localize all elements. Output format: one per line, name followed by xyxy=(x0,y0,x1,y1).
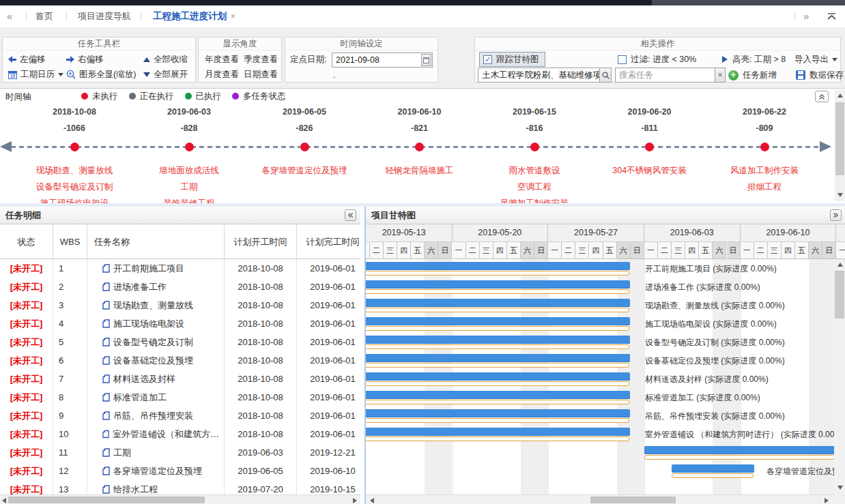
timeline-task-label[interactable]: 风管加工制作安装 xyxy=(459,195,610,203)
timeline-collapse-button[interactable] xyxy=(815,91,829,102)
scroll-right-icon[interactable] xyxy=(825,498,829,503)
timeline-task-label[interactable]: 排烟工程 xyxy=(689,179,840,195)
collapse-panel-button[interactable] xyxy=(345,209,356,221)
gantt-bar-actual[interactable] xyxy=(366,381,629,386)
collapse-toolbar-icon[interactable] xyxy=(827,12,837,21)
view-day-button[interactable]: 日期查看 xyxy=(244,68,278,81)
table-row[interactable]: [未开工]13给排水工程2019-07-202019-10-15 xyxy=(0,480,360,494)
scroll-down-icon[interactable] xyxy=(837,193,843,197)
table-row[interactable]: [未开工]7材料送选及封样2018-10-082019-06-01 xyxy=(0,370,360,388)
vertical-splitter[interactable] xyxy=(360,207,366,504)
scroll-up-icon[interactable] xyxy=(837,263,843,267)
table-row[interactable]: [未开工]6设备基础定位及预埋2018-10-082019-06-01 xyxy=(0,351,360,370)
timeline-arrow-left-icon[interactable] xyxy=(0,141,12,152)
view-quarter-button[interactable]: 季度查看 xyxy=(244,53,278,66)
table-row[interactable]: [未开工]11工期2019-06-032019-12-21 xyxy=(0,443,360,462)
tab-home[interactable]: 首页 xyxy=(35,5,53,27)
gantt-bar-actual[interactable] xyxy=(672,473,754,478)
shift-right-button[interactable]: 右偏移 xyxy=(66,53,104,66)
gantt-vertical-scrollbar[interactable] xyxy=(834,259,845,494)
scrollbar-thumb[interactable] xyxy=(835,271,844,318)
timeline-marker-dot[interactable] xyxy=(760,143,769,151)
gantt-bar-actual[interactable] xyxy=(366,344,629,349)
gantt-bar-planned[interactable] xyxy=(672,464,754,473)
highlight-row[interactable]: 高亮: 工期 > 8 xyxy=(722,52,786,67)
timeline-marker-dot[interactable] xyxy=(300,143,309,151)
gantt-bar-actual[interactable] xyxy=(366,271,629,276)
timeline-task-label[interactable]: 装饰装修工程 xyxy=(114,195,264,203)
scrollbar-thumb[interactable] xyxy=(8,496,205,503)
table-row[interactable]: [未开工]4施工现场临电架设2018-10-082019-06-01 xyxy=(0,314,360,333)
table-row[interactable]: [未开工]3现场勘查、测量放线2018-10-082019-06-01 xyxy=(0,296,360,314)
gantt-bar-planned[interactable] xyxy=(366,299,630,307)
track-gantt-toggle[interactable]: ✓跟踪甘特图 xyxy=(479,52,545,67)
gantt-bar-planned[interactable] xyxy=(366,317,630,325)
clear-search-button[interactable]: × xyxy=(715,68,726,83)
gantt-bar-actual[interactable] xyxy=(366,418,629,423)
timeline-marker-dot[interactable] xyxy=(185,143,194,151)
table-row[interactable]: [未开工]12各穿墙管道定位及预埋2019-06-052019-06-10 xyxy=(0,462,360,480)
scroll-down-icon[interactable] xyxy=(837,486,843,490)
column-header[interactable]: 状态 xyxy=(0,224,53,259)
scroll-left-icon[interactable] xyxy=(370,498,374,503)
column-header[interactable]: 计划开工时间 xyxy=(225,224,297,259)
filter-checkbox-row[interactable]: ✓过滤: 进度 < 30% xyxy=(618,52,696,67)
add-task-button[interactable]: +任务新增 xyxy=(728,68,777,83)
gantt-bar-actual[interactable] xyxy=(366,326,629,331)
project-search-button[interactable] xyxy=(599,68,612,83)
fit-zoom-button[interactable]: 图形全显(缩放) xyxy=(66,68,136,81)
date-picker-button[interactable] xyxy=(421,54,431,66)
gantt-bar-actual[interactable] xyxy=(366,289,629,294)
scroll-right-icon[interactable] xyxy=(353,498,357,503)
table-row[interactable]: [未开工]9吊筋、吊件预埋安装2018-10-082019-06-01 xyxy=(0,406,360,425)
scroll-up-icon[interactable] xyxy=(837,93,843,98)
gantt-hscrollbar[interactable] xyxy=(366,494,834,504)
gantt-bar-planned[interactable] xyxy=(366,354,630,362)
schedule-calendar-button[interactable]: 15工期日历 xyxy=(8,68,63,81)
timeline-arrow-right-icon[interactable] xyxy=(820,141,831,152)
gantt-bar-actual[interactable] xyxy=(366,400,629,404)
gantt-bar-planned[interactable] xyxy=(366,372,630,381)
view-year-button[interactable]: 年度查看 xyxy=(205,53,239,66)
table-row[interactable]: [未开工]2进场准备工作2018-10-082019-06-01 xyxy=(0,278,360,296)
task-table-hscrollbar[interactable] xyxy=(0,494,360,504)
gantt-bar-planned[interactable] xyxy=(366,280,630,288)
collapse-all-button[interactable]: 全部收缩 xyxy=(143,53,188,66)
scroll-left-icon[interactable] xyxy=(2,498,6,503)
tabs-scroll-right-icon[interactable]: » xyxy=(803,5,809,27)
column-header[interactable]: WBS xyxy=(53,224,87,259)
checkbox-checked-icon[interactable]: ✓ xyxy=(483,55,492,64)
gantt-bar-planned[interactable] xyxy=(366,409,630,417)
gantt-bar-planned[interactable] xyxy=(366,428,630,436)
tab-active-schedule[interactable]: 工程施工进度计划× xyxy=(153,5,235,27)
gantt-bar-planned[interactable] xyxy=(366,336,630,344)
fixed-date-input[interactable]: 2021-09-08 xyxy=(332,53,433,68)
timeline-marker-dot[interactable] xyxy=(530,143,539,151)
gantt-bar-actual[interactable] xyxy=(644,455,834,460)
timeline-marker-dot[interactable] xyxy=(70,143,79,151)
gantt-bar-actual[interactable] xyxy=(366,436,629,441)
column-header[interactable]: 计划完工时间 xyxy=(297,224,360,259)
tabs-scroll-left-icon[interactable]: « xyxy=(7,5,12,27)
tab-project-nav[interactable]: 项目进度导航 xyxy=(78,5,131,27)
scrollbar-thumb[interactable] xyxy=(835,102,844,175)
table-row[interactable]: [未开工]8标准管道加工2018-10-082019-06-01 xyxy=(0,388,360,406)
expand-all-button[interactable]: 全部展开 xyxy=(143,68,188,81)
save-data-button[interactable]: 数据保存 xyxy=(796,68,844,83)
table-row[interactable]: [未开工]10室外管道铺设（和建筑方同时进行）2018-10-082019-06… xyxy=(0,425,360,443)
gantt-bar-actual[interactable] xyxy=(366,363,629,368)
column-header[interactable]: 任务名称 xyxy=(87,224,225,259)
gantt-bar-actual[interactable] xyxy=(366,308,629,312)
timeline-marker-dot[interactable] xyxy=(645,143,654,151)
timeline-task-label[interactable]: 风道加工制作安装 xyxy=(689,162,840,179)
table-row[interactable]: [未开工]1开工前期施工项目2018-10-082019-06-01 xyxy=(0,259,360,278)
scrollbar-thumb[interactable] xyxy=(590,496,676,503)
view-month-button[interactable]: 月度查看 xyxy=(205,68,239,81)
timeline-task-label[interactable]: 空调工程 xyxy=(459,179,610,195)
shift-left-button[interactable]: 左偏移 xyxy=(8,53,46,66)
timeline-marker-dot[interactable] xyxy=(415,143,424,151)
table-row[interactable]: [未开工]5设备型号确定及订制2018-10-082019-06-01 xyxy=(0,333,360,351)
gantt-bar-planned[interactable] xyxy=(366,391,630,399)
timeline-task-label[interactable]: 工期 xyxy=(114,179,264,195)
tab-close-icon[interactable]: × xyxy=(231,12,235,21)
